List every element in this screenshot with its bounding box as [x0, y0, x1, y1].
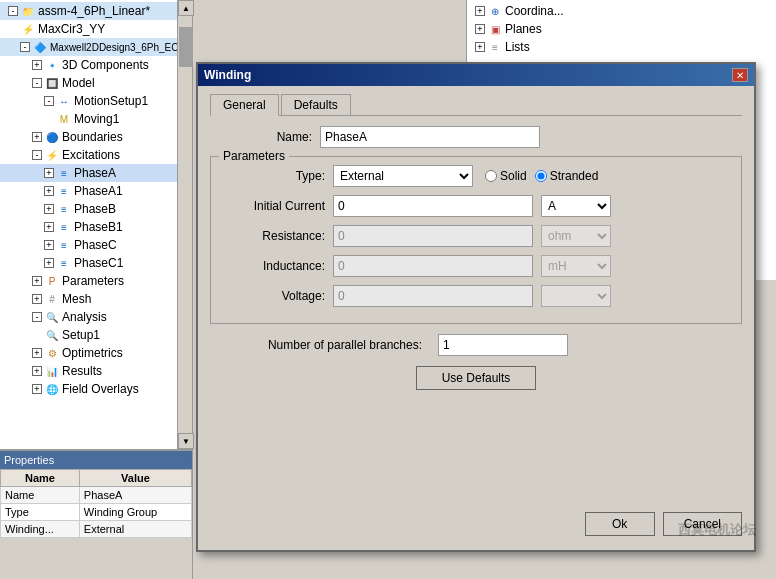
expand-parameters[interactable]: + — [32, 276, 42, 286]
tree-label-phaseb: PhaseB — [74, 202, 116, 216]
coord-icon: ⊕ — [487, 3, 503, 19]
tree-label-mesh: Mesh — [62, 292, 91, 306]
use-defaults-button[interactable]: Use Defaults — [416, 366, 536, 390]
expand-phasec[interactable]: + — [44, 240, 54, 250]
tree-item-fieldoverlays[interactable]: + 🌐 Field Overlays — [0, 380, 192, 398]
tree-item-phasea1[interactable]: + ≡ PhaseA1 — [0, 182, 192, 200]
solid-radio-label[interactable]: Solid — [485, 169, 527, 183]
tree-item-model[interactable]: - 🔲 Model — [0, 74, 192, 92]
resistance-unit-select[interactable]: ohm — [541, 225, 611, 247]
tree-item-assm[interactable]: - 📁 assm-4_6Ph_Linear* — [0, 2, 192, 20]
type-row: Type: External Current Voltage Solid Str… — [223, 165, 729, 187]
expand-phaseb[interactable]: + — [44, 204, 54, 214]
expand-phasea1[interactable]: + — [44, 186, 54, 196]
tree-item-setup1[interactable]: 🔍 Setup1 — [0, 326, 192, 344]
tree-item-maxcir[interactable]: ⚡ MaxCir3_YY — [0, 20, 192, 38]
tree-label-fieldoverlays: Field Overlays — [62, 382, 139, 396]
tree-item-3d[interactable]: + 🔹 3D Components — [0, 56, 192, 74]
dialog-buttons: Ok Cancel — [585, 512, 742, 536]
solid-radio[interactable] — [485, 170, 497, 182]
tree-item-phaseb[interactable]: + ≡ PhaseB — [0, 200, 192, 218]
expand-coord[interactable]: + — [475, 6, 485, 16]
voltage-input[interactable] — [333, 285, 533, 307]
excitation-icon: ⚡ — [44, 147, 60, 163]
name-input[interactable] — [320, 126, 540, 148]
scroll-up-arrow[interactable]: ▲ — [178, 0, 194, 16]
tree-item-phaseb1[interactable]: + ≡ PhaseB1 — [0, 218, 192, 236]
initial-current-row: Initial Current A — [223, 195, 729, 217]
initial-current-input[interactable] — [333, 195, 533, 217]
expand-phasea[interactable]: + — [44, 168, 54, 178]
tree-item-phasea[interactable]: + ≡ PhaseA — [0, 164, 192, 182]
scroll-down-arrow[interactable]: ▼ — [178, 433, 194, 449]
tree-label-phasea: PhaseA — [74, 166, 116, 180]
tree-item-phasec[interactable]: + ≡ PhaseC — [0, 236, 192, 254]
winding-dialog: Winding ✕ General Defaults Name: Paramet… — [196, 62, 756, 552]
tree-item-mesh[interactable]: + # Mesh — [0, 290, 192, 308]
voltage-unit-select[interactable] — [541, 285, 611, 307]
right-tree-lists[interactable]: + ≡ Lists — [467, 38, 776, 56]
expand-phaseb1[interactable]: + — [44, 222, 54, 232]
initial-current-label: Initial Current — [223, 199, 333, 213]
expand-motion[interactable]: - — [44, 96, 54, 106]
tree-item-maxwell[interactable]: - 🔷 Maxwell2DDesign3_6Ph_ECE (Transient,… — [0, 38, 192, 56]
tree-item-motionsetup[interactable]: - ↔ MotionSetup1 — [0, 92, 192, 110]
name-label: Name: — [210, 130, 320, 144]
tree-item-analysis[interactable]: - 🔍 Analysis — [0, 308, 192, 326]
ok-button[interactable]: Ok — [585, 512, 655, 536]
prop-col-value: Value — [79, 470, 191, 487]
field-icon: 🌐 — [44, 381, 60, 397]
tree-label-moving1: Moving1 — [74, 112, 119, 126]
parallel-input[interactable] — [438, 334, 568, 356]
right-tree-planes[interactable]: + ▣ Planes — [467, 20, 776, 38]
expand-model[interactable]: - — [32, 78, 42, 88]
expand-phasec1[interactable]: + — [44, 258, 54, 268]
tree-item-parameters[interactable]: + P Parameters — [0, 272, 192, 290]
expand-analysis[interactable]: - — [32, 312, 42, 322]
tree-item-optimetrics[interactable]: + ⚙ Optimetrics — [0, 344, 192, 362]
tab-defaults[interactable]: Defaults — [281, 94, 351, 115]
folder-icon: 📁 — [20, 3, 36, 19]
voltage-label: Voltage: — [223, 289, 333, 303]
expand-assm[interactable]: - — [8, 6, 18, 16]
inductance-row: Inductance: mH — [223, 255, 729, 277]
cancel-button[interactable]: Cancel — [663, 512, 742, 536]
tree-item-moving1[interactable]: M Moving1 — [0, 110, 192, 128]
expand-optim[interactable]: + — [32, 348, 42, 358]
expand-mesh[interactable]: + — [32, 294, 42, 304]
list-icon: ≡ — [487, 39, 503, 55]
inductance-input[interactable] — [333, 255, 533, 277]
expand-planes[interactable]: + — [475, 24, 485, 34]
stranded-radio[interactable] — [535, 170, 547, 182]
tab-general[interactable]: General — [210, 94, 279, 116]
initial-current-unit-select[interactable]: A — [541, 195, 611, 217]
tree-item-excitations[interactable]: - ⚡ Excitations — [0, 146, 192, 164]
tree-label-boundaries: Boundaries — [62, 130, 123, 144]
tree-item-boundaries[interactable]: + 🔵 Boundaries — [0, 128, 192, 146]
properties-panel: Properties Name Value Name PhaseA Type W… — [0, 449, 193, 579]
expand-excitations[interactable]: - — [32, 150, 42, 160]
right-tree-coord[interactable]: + ⊕ Coordina... — [467, 2, 776, 20]
expand-results[interactable]: + — [32, 366, 42, 376]
tree-view: - 📁 assm-4_6Ph_Linear* ⚡ MaxCir3_YY - 🔷 … — [0, 0, 192, 400]
parallel-row: Number of parallel branches: — [210, 334, 742, 356]
expand-maxwell[interactable]: - — [20, 42, 30, 52]
stranded-label-text: Stranded — [550, 169, 599, 183]
prop-type-value: Winding Group — [79, 504, 191, 521]
expand-field[interactable]: + — [32, 384, 42, 394]
winding-type-radio-group: Solid Stranded — [485, 169, 598, 183]
tree-item-phasec1[interactable]: + ≡ PhaseC1 — [0, 254, 192, 272]
expand-3d[interactable]: + — [32, 60, 42, 70]
left-scrollbar[interactable]: ▲ ▼ — [177, 0, 193, 449]
type-select[interactable]: External Current Voltage — [333, 165, 473, 187]
expand-boundaries[interactable]: + — [32, 132, 42, 142]
tree-label-parameters: Parameters — [62, 274, 124, 288]
tree-item-results[interactable]: + 📊 Results — [0, 362, 192, 380]
stranded-radio-label[interactable]: Stranded — [535, 169, 599, 183]
resistance-input[interactable] — [333, 225, 533, 247]
expand-lists[interactable]: + — [475, 42, 485, 52]
dialog-close-button[interactable]: ✕ — [732, 68, 748, 82]
winding-icon-c: ≡ — [56, 237, 72, 253]
prop-winding-value: External — [79, 521, 191, 538]
inductance-unit-select[interactable]: mH — [541, 255, 611, 277]
